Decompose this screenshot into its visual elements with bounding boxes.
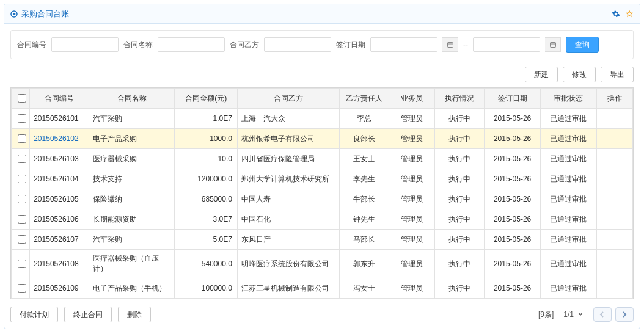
cell-date: 2015-05-26 xyxy=(485,278,541,299)
cell-approval: 已通过审批 xyxy=(540,109,596,129)
cell-op xyxy=(596,109,632,129)
cell-name: 电子产品采购 xyxy=(89,129,175,149)
cell-sales: 管理员 xyxy=(389,250,434,278)
table-row[interactable]: 20150526101汽车采购1.0E7上海一汽大众李总管理员执行中2015-0… xyxy=(12,109,633,129)
contract-id-text: 20150526108 xyxy=(34,260,78,268)
table-row[interactable]: 20150526105保险缴纳685000.0中国人寿牛部长管理员执行中2015… xyxy=(12,189,633,209)
cell-sales: 管理员 xyxy=(389,230,434,250)
th-date: 签订日期 xyxy=(485,89,541,109)
contract-id-text: 20150526105 xyxy=(34,195,78,203)
cell-party-b: 上海一汽大众 xyxy=(237,109,339,129)
label-contract-name: 合同名称 xyxy=(123,40,153,50)
row-checkbox[interactable] xyxy=(18,155,26,163)
contract-id-text: 20150526104 xyxy=(34,175,78,183)
cell-date: 2015-05-26 xyxy=(485,129,541,149)
table-row[interactable]: 20150526109电子产品采购（手机）100000.0江苏三星机械制造有限公… xyxy=(12,278,633,299)
row-checkbox[interactable] xyxy=(18,195,26,203)
table-row[interactable]: 20150526104技术支持1200000.0郑州大学计算机技术研究所李先生管… xyxy=(12,169,633,189)
pager-count: [9条] xyxy=(538,310,554,320)
cell-op xyxy=(596,209,632,230)
cell-contact: 钟先生 xyxy=(340,209,389,230)
cell-date: 2015-05-26 xyxy=(485,189,541,209)
cell-approval: 已通过审批 xyxy=(540,250,596,278)
cell-contact: 良部长 xyxy=(340,129,389,149)
date-separator: -- xyxy=(463,40,468,49)
cell-date: 2015-05-26 xyxy=(485,230,541,250)
th-contract-name: 合同名称 xyxy=(89,89,175,109)
svg-rect-6 xyxy=(550,43,555,48)
row-checkbox[interactable] xyxy=(18,114,26,123)
th-amount: 合同金额(元) xyxy=(175,89,237,109)
contract-name-input[interactable] xyxy=(158,37,225,52)
cell-name: 医疗器械采购（血压计） xyxy=(89,250,175,278)
cell-op xyxy=(596,149,632,169)
cell-date: 2015-05-26 xyxy=(485,250,541,278)
cell-exec: 执行中 xyxy=(435,230,485,250)
svg-marker-1 xyxy=(13,13,16,15)
cell-sales: 管理员 xyxy=(389,149,434,169)
export-button[interactable]: 导出 xyxy=(601,67,634,82)
new-button[interactable]: 新建 xyxy=(525,67,558,82)
pager-page-dropdown[interactable]: 1/1 xyxy=(563,310,584,319)
cell-party-b: 东风日产 xyxy=(237,230,339,250)
th-party-b: 合同乙方 xyxy=(237,89,339,109)
cell-contact: 牛部长 xyxy=(340,189,389,209)
pager-prev-button[interactable] xyxy=(593,307,612,322)
table-row[interactable]: 20150526106长期能源资助3.0E7中国石化钟先生管理员执行中2015-… xyxy=(12,209,633,230)
cell-op xyxy=(596,169,632,189)
row-checkbox[interactable] xyxy=(18,175,26,183)
cell-amount: 685000.0 xyxy=(175,189,237,209)
table-row[interactable]: 20150526102电子产品采购1000.0杭州银希电子有限公司良部长管理员执… xyxy=(12,129,633,149)
row-checkbox[interactable] xyxy=(18,215,26,224)
cell-approval: 已通过审批 xyxy=(540,209,596,230)
cell-exec: 执行中 xyxy=(435,189,485,209)
cell-contact: 李先生 xyxy=(340,169,389,189)
contract-id-input[interactable] xyxy=(51,37,119,52)
search-button[interactable]: 查询 xyxy=(566,37,599,53)
row-checkbox[interactable] xyxy=(18,235,26,244)
cell-op xyxy=(596,250,632,278)
contract-id-text: 20150526109 xyxy=(34,284,78,293)
terminate-button[interactable]: 终止合同 xyxy=(64,307,112,322)
table-row[interactable]: 20150526107汽车采购5.0E7东风日产马部长管理员执行中2015-05… xyxy=(12,230,633,250)
calendar-icon-to[interactable] xyxy=(545,37,561,52)
label-sign-date: 签订日期 xyxy=(336,40,365,50)
cell-name: 电子产品采购（手机） xyxy=(89,278,175,299)
cell-name: 医疗器械采购 xyxy=(89,149,175,169)
contract-id-link[interactable]: 20150526102 xyxy=(34,134,78,143)
cell-exec: 执行中 xyxy=(435,129,485,149)
cell-name: 汽车采购 xyxy=(89,109,175,129)
date-from-input[interactable] xyxy=(370,37,437,52)
delete-button[interactable]: 删除 xyxy=(118,307,151,322)
cell-name: 长期能源资助 xyxy=(89,209,175,230)
filter-bar: 合同编号 合同名称 合同乙方 签订日期 -- 查询 xyxy=(10,30,634,59)
row-checkbox[interactable] xyxy=(18,134,26,143)
contract-id-text: 20150526101 xyxy=(34,114,78,123)
star-icon[interactable] xyxy=(625,10,634,18)
row-checkbox[interactable] xyxy=(18,260,26,268)
cell-contact: 冯女士 xyxy=(340,278,389,299)
cell-exec: 执行中 xyxy=(435,278,485,299)
pager-next-button[interactable] xyxy=(615,307,634,322)
edit-button[interactable]: 修改 xyxy=(563,67,596,82)
date-to-input[interactable] xyxy=(473,37,540,52)
cell-party-b: 中国人寿 xyxy=(237,189,339,209)
gear-icon[interactable] xyxy=(612,10,620,18)
row-checkbox[interactable] xyxy=(18,284,26,293)
calendar-icon-from[interactable] xyxy=(442,37,458,52)
page-title: 采购合同台账 xyxy=(21,4,69,24)
cell-date: 2015-05-26 xyxy=(485,109,541,129)
payment-plan-button[interactable]: 付款计划 xyxy=(10,307,58,322)
th-sales: 业务员 xyxy=(389,89,434,109)
cell-op xyxy=(596,189,632,209)
party-b-input[interactable] xyxy=(264,37,331,52)
cell-exec: 执行中 xyxy=(435,169,485,189)
cell-contact: 马部长 xyxy=(340,230,389,250)
cell-amount: 1.0E7 xyxy=(175,109,237,129)
cell-sales: 管理员 xyxy=(389,109,434,129)
table-row[interactable]: 20150526103医疗器械采购10.0四川省医疗保险管理局王女士管理员执行中… xyxy=(12,149,633,169)
cell-exec: 执行中 xyxy=(435,109,485,129)
select-all-checkbox[interactable] xyxy=(18,94,26,103)
cell-amount: 1000.0 xyxy=(175,129,237,149)
table-row[interactable]: 20150526108医疗器械采购（血压计）540000.0明峰医疗系统股份有限… xyxy=(12,250,633,278)
